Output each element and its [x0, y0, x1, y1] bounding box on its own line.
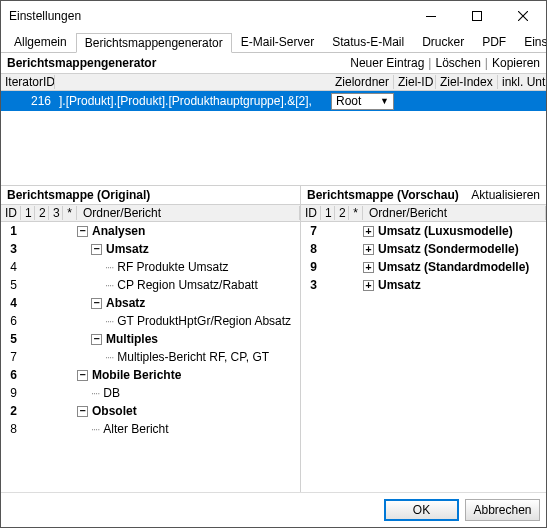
pane-preview-title: Berichtsmappe (Vorschau) — [307, 188, 471, 202]
tree-leaf-icon: ···· — [105, 261, 113, 273]
tree-leaf-icon: ···· — [91, 423, 99, 435]
th-1[interactable]: 1 — [21, 206, 35, 220]
tree-row[interactable]: 4····RF Produkte Umsatz — [1, 258, 300, 276]
tree-row[interactable]: 5····CP Region Umsatz/Rabatt — [1, 276, 300, 294]
expand-icon[interactable]: + — [363, 226, 374, 237]
th-id[interactable]: ID — [1, 206, 21, 220]
tree-row-label: ····CP Region Umsatz/Rabatt — [77, 278, 300, 292]
ok-button[interactable]: OK — [384, 499, 459, 521]
copy-link[interactable]: Kopieren — [492, 56, 540, 70]
col-zielindex[interactable]: Ziel-Index — [436, 75, 498, 89]
tree-row-id: 5 — [1, 332, 21, 346]
toolbar: Berichtsmappengenerator Neuer Eintrag | … — [1, 53, 546, 73]
cell-zielordner-dropdown[interactable]: Root ▼ — [331, 93, 394, 110]
tree-row-label: −Multiples — [77, 332, 300, 346]
tree-row-id: 8 — [301, 242, 321, 256]
tree-left: 1−Analysen3−Umsatz4····RF Produkte Umsat… — [1, 222, 300, 492]
expand-icon[interactable]: + — [363, 262, 374, 273]
th-id[interactable]: ID — [301, 206, 321, 220]
grid-row[interactable]: 216 ].[Produkt].[Produkt].[Produkthauptg… — [1, 91, 546, 111]
tree-row[interactable]: 9+Umsatz (Standardmodelle) — [301, 258, 546, 276]
tree-row-id: 3 — [301, 278, 321, 292]
tree-row-id: 6 — [1, 314, 21, 328]
th-star[interactable]: * — [349, 206, 363, 220]
tree-row-label: ····DB — [77, 386, 300, 400]
tree-leaf-icon: ···· — [105, 351, 113, 363]
collapse-icon[interactable]: − — [77, 226, 88, 237]
cell-iterator[interactable]: ].[Produkt].[Produkt].[Produkthauptgrupp… — [55, 94, 331, 108]
tree-row-label: −Obsolet — [77, 404, 300, 418]
tab-email-server[interactable]: E-Mail-Server — [232, 32, 323, 51]
tabstrip: Allgemein Berichtsmappengenerator E-Mail… — [1, 31, 546, 53]
delete-link[interactable]: Löschen — [435, 56, 480, 70]
tree-row[interactable]: 3+Umsatz — [301, 276, 546, 294]
tree-leaf-icon: ···· — [105, 315, 113, 327]
window-title: Einstellungen — [9, 9, 408, 23]
tree-row[interactable]: 9····DB — [1, 384, 300, 402]
minimize-button[interactable] — [408, 1, 454, 31]
th-2[interactable]: 2 — [35, 206, 49, 220]
expand-icon[interactable]: + — [363, 244, 374, 255]
th-2[interactable]: 2 — [335, 206, 349, 220]
tree-row-id: 5 — [1, 278, 21, 292]
tree-row-label: ····GT ProduktHptGr/Region Absatz — [77, 314, 300, 328]
th-1[interactable]: 1 — [321, 206, 335, 220]
collapse-icon[interactable]: − — [77, 370, 88, 381]
tree-row[interactable]: 2−Obsolet — [1, 402, 300, 420]
titlebar: Einstellungen — [1, 1, 546, 31]
pane-original-title: Berichtsmappe (Original) — [7, 188, 294, 202]
tree-row-id: 9 — [301, 260, 321, 274]
th-3[interactable]: 3 — [49, 206, 63, 220]
col-inkl-unt[interactable]: inkl. Unt — [498, 75, 546, 89]
tree-row[interactable]: 4−Absatz — [1, 294, 300, 312]
col-zielid[interactable]: Ziel-ID — [394, 75, 436, 89]
tree-leaf-icon: ···· — [105, 279, 113, 291]
tree-header-left: ID 1 2 3 * Ordner/Bericht — [1, 204, 300, 222]
cell-zielordner-value: Root — [336, 94, 361, 108]
tree-right: 7+Umsatz (Luxusmodelle)8+Umsatz (Sonderm… — [301, 222, 546, 492]
th-name[interactable]: Ordner/Bericht — [363, 206, 546, 220]
tab-einste[interactable]: Einste — [515, 32, 547, 51]
cancel-button[interactable]: Abbrechen — [465, 499, 540, 521]
col-zielordner[interactable]: Zielordner — [331, 75, 394, 89]
tree-row-label: −Analysen — [77, 224, 300, 238]
svg-rect-1 — [473, 12, 482, 21]
tab-allgemein[interactable]: Allgemein — [5, 32, 76, 51]
col-iteratorid[interactable]: IteratorID — [1, 75, 55, 89]
collapse-icon[interactable]: − — [91, 334, 102, 345]
section-title: Berichtsmappengenerator — [7, 56, 350, 70]
tree-header-right: ID 1 2 * Ordner/Bericht — [301, 204, 546, 222]
maximize-button[interactable] — [454, 1, 500, 31]
tree-row[interactable]: 7····Multiples-Bericht RF, CP, GT — [1, 348, 300, 366]
th-star[interactable]: * — [63, 206, 77, 220]
tree-row[interactable]: 5−Multiples — [1, 330, 300, 348]
collapse-icon[interactable]: − — [91, 298, 102, 309]
tree-row-id: 1 — [1, 224, 21, 238]
tab-drucker[interactable]: Drucker — [413, 32, 473, 51]
new-entry-link[interactable]: Neuer Eintrag — [350, 56, 424, 70]
pane-original: Berichtsmappe (Original) ID 1 2 3 * Ordn… — [1, 186, 301, 492]
expand-icon[interactable]: + — [363, 280, 374, 291]
tree-row-label: −Mobile Berichte — [77, 368, 300, 382]
tree-row[interactable]: 1−Analysen — [1, 222, 300, 240]
refresh-link[interactable]: Aktualisieren — [471, 188, 540, 202]
tab-pdf[interactable]: PDF — [473, 32, 515, 51]
th-name[interactable]: Ordner/Bericht — [77, 206, 300, 220]
tree-row[interactable]: 6····GT ProduktHptGr/Region Absatz — [1, 312, 300, 330]
tree-row-label: +Umsatz — [363, 278, 546, 292]
collapse-icon[interactable]: − — [77, 406, 88, 417]
tree-row[interactable]: 6−Mobile Berichte — [1, 366, 300, 384]
tab-status-email[interactable]: Status-E-Mail — [323, 32, 413, 51]
collapse-icon[interactable]: − — [91, 244, 102, 255]
tree-row[interactable]: 8····Alter Bericht — [1, 420, 300, 438]
tree-row-id: 7 — [301, 224, 321, 238]
cell-id: 216 — [1, 94, 55, 108]
tree-row[interactable]: 8+Umsatz (Sondermodelle) — [301, 240, 546, 258]
tab-berichtsmappengenerator[interactable]: Berichtsmappengenerator — [76, 33, 232, 53]
tree-row-label: ····Multiples-Bericht RF, CP, GT — [77, 350, 300, 364]
tree-row-id: 6 — [1, 368, 21, 382]
tree-row-label: −Absatz — [77, 296, 300, 310]
close-button[interactable] — [500, 1, 546, 31]
tree-row[interactable]: 3−Umsatz — [1, 240, 300, 258]
tree-row[interactable]: 7+Umsatz (Luxusmodelle) — [301, 222, 546, 240]
